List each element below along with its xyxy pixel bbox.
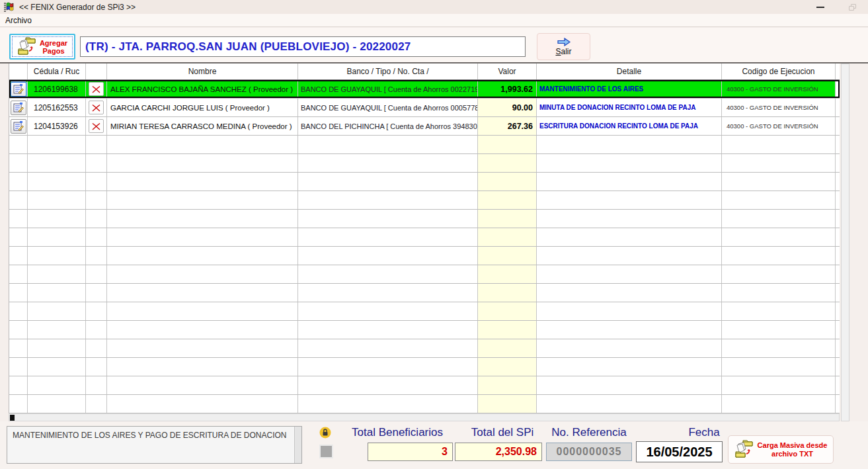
delete-row-button[interactable] bbox=[89, 101, 104, 114]
cell-edit bbox=[9, 173, 28, 191]
column-header-codigo[interactable]: Codigo de Ejecucion bbox=[722, 64, 836, 79]
edit-row-button[interactable] bbox=[11, 119, 26, 134]
cell-cedula bbox=[28, 321, 86, 339]
observacion-textarea[interactable]: MANTENIMIENTO DE LOS AIRES Y PAGO DE ESC… bbox=[7, 426, 302, 464]
delete-row-button[interactable] bbox=[89, 82, 104, 96]
cell-detalle bbox=[537, 284, 722, 302]
cell-nombre: MIRIAN TERESA CARRASCO MEDINA ( Proveedo… bbox=[107, 117, 298, 135]
observacion-scrollbar[interactable] bbox=[294, 427, 301, 463]
cell-cedula bbox=[28, 358, 86, 376]
cell-codigo bbox=[722, 191, 836, 209]
edit-row-button[interactable] bbox=[11, 82, 26, 97]
total-beneficiarios-field: 3 bbox=[368, 443, 453, 461]
column-header-x[interactable] bbox=[86, 64, 107, 79]
cell-banco bbox=[298, 302, 478, 320]
cell-banco bbox=[298, 228, 478, 246]
empty-table-row bbox=[9, 173, 840, 191]
cell-nombre bbox=[107, 395, 298, 413]
agregar-pagos-button[interactable]: AgregarPagos bbox=[9, 34, 75, 60]
cell-valor bbox=[478, 191, 537, 209]
cell-banco bbox=[298, 358, 478, 376]
cell-detalle bbox=[537, 173, 722, 191]
cell-cedula bbox=[28, 395, 86, 413]
folders-load-icon bbox=[17, 36, 37, 56]
column-header-detalle[interactable]: Detalle bbox=[537, 64, 722, 79]
cell-detalle: ESCRITURA DONACION RECINTO LOMA DE PAJA bbox=[537, 117, 722, 135]
empty-table-row bbox=[9, 247, 840, 265]
cell-cedula bbox=[28, 376, 86, 394]
empty-table-row bbox=[9, 284, 840, 302]
column-header-nombre[interactable]: Nombre bbox=[107, 64, 298, 79]
cell-banco bbox=[298, 284, 478, 302]
cell-cedula bbox=[28, 173, 86, 191]
menu-archivo[interactable]: Archivo bbox=[0, 16, 37, 25]
cell-delete bbox=[86, 376, 107, 394]
cell-cedula bbox=[28, 247, 86, 265]
cell-valor bbox=[478, 247, 537, 265]
lock-icon bbox=[319, 427, 331, 439]
column-header-banco[interactable]: Banco / Tipo / No. Cta / bbox=[298, 64, 478, 79]
cell-edit bbox=[9, 339, 28, 357]
fecha-field[interactable]: 16/05/2025 bbox=[636, 441, 723, 462]
color-indicator-button[interactable] bbox=[319, 445, 333, 458]
cell-cedula bbox=[28, 228, 86, 246]
cell-delete bbox=[86, 99, 107, 116]
cell-codigo: 40300 - GASTO DE INVERSIÓN bbox=[722, 99, 836, 116]
carga-masiva-button[interactable]: Carga Masiva desdearchivo TXT bbox=[728, 435, 834, 464]
column-header-icon[interactable] bbox=[9, 64, 28, 79]
cell-delete bbox=[86, 302, 107, 320]
cell-banco bbox=[298, 376, 478, 394]
cell-cedula bbox=[28, 339, 86, 357]
cell-banco: BANCO DE GUAYAQUIL [ Cuenta de Ahorros 0… bbox=[298, 99, 478, 116]
horizontal-scrollbar-thumb[interactable] bbox=[10, 415, 15, 421]
cell-cedula bbox=[28, 154, 86, 172]
column-header-valor[interactable]: Valor bbox=[478, 64, 537, 79]
titlebar: << FENIX Generador de SPi3 >> bbox=[0, 0, 868, 14]
cell-delete bbox=[86, 117, 107, 135]
cell-delete bbox=[86, 284, 107, 302]
cell-nombre bbox=[107, 228, 298, 246]
table-row[interactable]: 1206199638 ALEX FRANCISCO BAJAÑA SANCHEZ… bbox=[9, 80, 840, 99]
cell-nombre: GARCIA CARCHI JORGUE LUIS ( Proveedor ) bbox=[107, 99, 298, 116]
empty-table-row bbox=[9, 136, 840, 154]
empty-table-row bbox=[9, 154, 840, 173]
cell-detalle: MINUTA DE DONACION RECINTO LOMA DE PAJA bbox=[537, 99, 722, 116]
payments-grid: Cédula / RucNombreBanco / Tipo / No. Cta… bbox=[9, 64, 840, 413]
footer-panel: MANTENIMIENTO DE LOS AIRES Y PAGO DE ESC… bbox=[0, 421, 868, 469]
cell-delete bbox=[86, 136, 107, 153]
toolbar: AgregarPagos (TR) - JTA. PARROQ.SAN JUAN… bbox=[0, 28, 868, 62]
app-icon bbox=[3, 2, 14, 12]
no-referencia-label: No. Referencia bbox=[546, 426, 632, 441]
horizontal-scrollbar[interactable] bbox=[9, 413, 840, 421]
cell-banco: BANCO DE GUAYAQUIL [ Cuenta de Ahorros 0… bbox=[298, 80, 478, 98]
cell-detalle bbox=[537, 265, 722, 283]
cell-delete bbox=[86, 80, 107, 98]
table-row[interactable]: 1205162553 GARCIA CARCHI JORGUE LUIS ( P… bbox=[9, 99, 840, 117]
column-header-cedula[interactable]: Cédula / Ruc bbox=[28, 64, 86, 79]
cell-valor bbox=[478, 302, 537, 320]
restore-button[interactable] bbox=[837, 0, 867, 14]
observacion-text: MANTENIMIENTO DE LOS AIRES Y PAGO DE ESC… bbox=[13, 431, 287, 440]
cell-valor bbox=[478, 210, 537, 228]
delete-row-button[interactable] bbox=[89, 119, 104, 133]
salir-button[interactable]: Salir bbox=[537, 33, 590, 60]
document-title-field[interactable]: (TR) - JTA. PARROQ.SAN JUAN (PUEBLOVIEJO… bbox=[80, 36, 526, 57]
cell-edit bbox=[9, 321, 28, 339]
cell-edit bbox=[9, 302, 28, 320]
minimize-button[interactable] bbox=[805, 0, 836, 14]
cell-edit bbox=[9, 376, 28, 394]
cell-nombre bbox=[107, 136, 298, 153]
cell-edit bbox=[9, 136, 28, 153]
agregar-label-line1: Agregar bbox=[40, 39, 67, 47]
edit-row-button[interactable] bbox=[11, 101, 26, 115]
cell-detalle bbox=[537, 154, 722, 172]
total-spi-field: 2,350.98 bbox=[455, 443, 542, 461]
cell-valor bbox=[478, 376, 537, 394]
vertical-scrollbar[interactable] bbox=[841, 64, 849, 421]
grid-header-row: Cédula / RucNombreBanco / Tipo / No. Cta… bbox=[9, 64, 840, 80]
cell-delete bbox=[86, 339, 107, 357]
cell-nombre bbox=[107, 321, 298, 339]
cell-nombre bbox=[107, 154, 298, 172]
cell-cedula bbox=[28, 284, 86, 302]
table-row[interactable]: 1204153926 MIRIAN TERESA CARRASCO MEDINA… bbox=[9, 117, 840, 136]
